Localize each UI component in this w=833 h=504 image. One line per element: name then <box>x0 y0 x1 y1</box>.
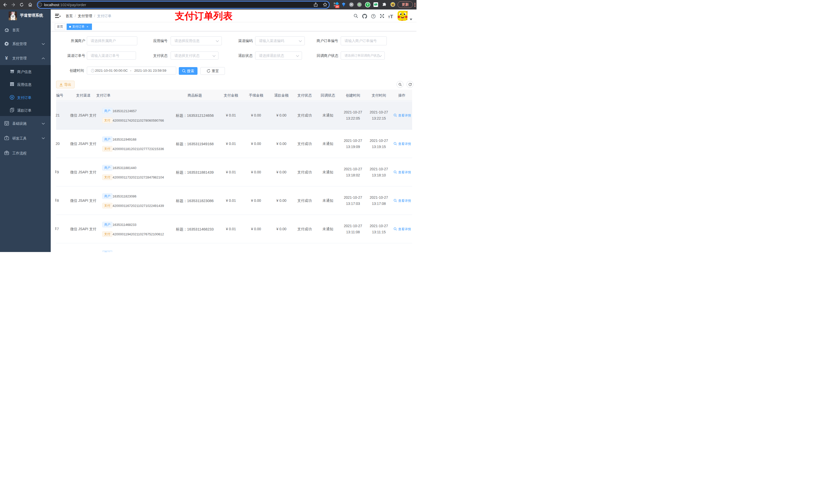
svg-text:?: ? <box>373 15 374 18</box>
svg-text:¥: ¥ <box>11 96 13 99</box>
